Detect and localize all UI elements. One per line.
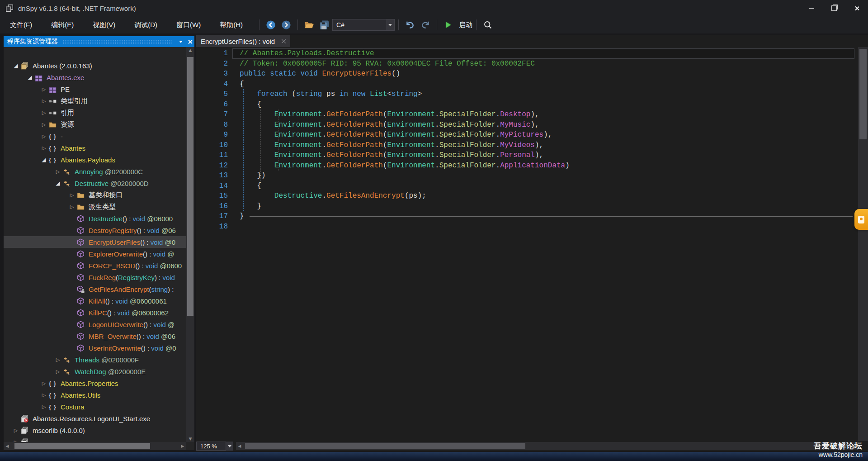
menu-file[interactable]: 文件(F) bbox=[4, 18, 38, 32]
menu-edit[interactable]: 编辑(E) bbox=[45, 18, 80, 32]
tree-expander[interactable]: ▷ bbox=[39, 98, 49, 104]
tree-item[interactable]: ▷引用 bbox=[4, 107, 186, 119]
undo-button[interactable] bbox=[404, 19, 416, 31]
start-button[interactable] bbox=[442, 19, 455, 31]
forward-button[interactable] bbox=[280, 19, 292, 31]
zoom-combo[interactable]: 125 % bbox=[196, 442, 226, 451]
panel-menu-button[interactable] bbox=[176, 37, 185, 46]
tree-item[interactable]: ▷基类和接口 bbox=[4, 189, 186, 201]
tree-item[interactable]: ▷Annoying @0200000C bbox=[4, 166, 186, 177]
back-button[interactable] bbox=[264, 19, 277, 31]
tree-item[interactable]: ▷PE bbox=[4, 83, 186, 95]
line-number: 2 bbox=[196, 59, 228, 69]
tree-expander[interactable]: ▷ bbox=[39, 145, 49, 151]
tree-expander[interactable]: ◢ bbox=[25, 74, 35, 81]
save-all-button[interactable] bbox=[318, 19, 331, 31]
floating-badge[interactable] bbox=[854, 209, 868, 230]
tree-item[interactable]: ▷{ }Abantes.Properties bbox=[4, 377, 186, 389]
scroll-down-icon[interactable]: ▼ bbox=[186, 436, 194, 442]
tree-expander[interactable]: ▷ bbox=[39, 380, 49, 386]
zoom-combo-arrow[interactable] bbox=[226, 442, 233, 451]
tree-item[interactable]: ◢Abantes (2.0.0.163) bbox=[4, 60, 186, 71]
menu-help[interactable]: 帮助(H) bbox=[213, 18, 249, 32]
menu-view[interactable]: 视图(V) bbox=[86, 18, 122, 32]
tree-item[interactable]: ▷{ }- bbox=[4, 130, 186, 142]
tree-expander[interactable]: ▷ bbox=[53, 357, 63, 363]
tree-item[interactable]: FORCE_BSOD() : void @0600 bbox=[4, 260, 186, 271]
tree-expander[interactable]: ▷ bbox=[39, 110, 49, 116]
folder-icon bbox=[77, 191, 85, 199]
language-combo-arrow[interactable] bbox=[386, 19, 394, 30]
search-button[interactable] bbox=[481, 19, 494, 31]
tree-expander[interactable]: ▷ bbox=[39, 404, 49, 410]
close-button[interactable] bbox=[845, 0, 868, 16]
editor-horizontal-scrollbar[interactable]: ◀ ▶ bbox=[236, 442, 858, 450]
tree-expander[interactable]: ▷ bbox=[11, 428, 21, 433]
tab-encryptuserfiles[interactable]: EncryptUserFiles() : void bbox=[196, 35, 290, 47]
method-icon bbox=[77, 262, 85, 270]
tree-item[interactable]: ▷资源 bbox=[4, 119, 186, 130]
minimize-button[interactable] bbox=[800, 0, 823, 16]
tree-expander[interactable]: ▷ bbox=[39, 122, 49, 128]
tree-item[interactable]: ▷WatchDog @0200000E bbox=[4, 366, 186, 377]
tree-item[interactable]: DestroyRegistry() : void @06 bbox=[4, 224, 186, 236]
tree-item[interactable]: ▷Threads @0200000F bbox=[4, 354, 186, 366]
tree-item[interactable]: MBR_Overwrite() : void @06 bbox=[4, 330, 186, 342]
assembly-explorer-header[interactable]: 程序集资源管理器 bbox=[4, 36, 194, 47]
tree-item[interactable]: UserInitOverwrite() : void @0 bbox=[4, 342, 186, 354]
tree-hscroll-thumb[interactable] bbox=[14, 443, 150, 449]
tree-item[interactable]: ▷{ }Costura bbox=[4, 401, 186, 413]
panel-drag-grip[interactable] bbox=[62, 39, 172, 44]
tree-expander[interactable]: ▷ bbox=[53, 169, 63, 175]
tree-item[interactable]: ▷ bbox=[4, 436, 186, 442]
tree-expander[interactable]: ▷ bbox=[39, 392, 49, 398]
tree-vscroll-thumb[interactable] bbox=[187, 57, 193, 316]
tree-item[interactable]: FuckReg(RegistryKey) : void bbox=[4, 271, 186, 283]
tree-item[interactable]: ◢Destructive @0200000D bbox=[4, 177, 186, 189]
tab-close-icon[interactable] bbox=[281, 39, 286, 43]
tree-horizontal-scrollbar[interactable]: ◀ ▶ bbox=[4, 442, 186, 450]
tree-item[interactable]: ▷mscorlib (4.0.0.0) bbox=[4, 424, 186, 436]
maximize-button[interactable] bbox=[823, 0, 845, 16]
panel-close-button[interactable] bbox=[185, 37, 194, 46]
scroll-up-icon[interactable]: ▲ bbox=[186, 47, 194, 53]
tree-item[interactable]: ◢Abantes.exe bbox=[4, 71, 186, 83]
tree-item[interactable]: ExplorerOverwrite() : void @ bbox=[4, 248, 186, 260]
tree-expander[interactable]: ◢ bbox=[53, 180, 63, 186]
editor-vertical-scrollbar[interactable] bbox=[858, 47, 868, 441]
tree-item[interactable]: KillAll() : void @06000061 bbox=[4, 295, 186, 307]
tree-item[interactable]: ▷类型引用 bbox=[4, 95, 186, 107]
language-combo[interactable]: C# bbox=[332, 19, 395, 31]
tree-item[interactable]: KillPC() : void @06000062 bbox=[4, 307, 186, 318]
tree-item[interactable]: ▷{ }Abantes bbox=[4, 142, 186, 154]
tree-item[interactable]: Destructive() : void @06000 bbox=[4, 213, 186, 224]
tree-item[interactable]: ▷派生类型 bbox=[4, 201, 186, 213]
editor-hscroll-thumb[interactable] bbox=[245, 443, 525, 449]
tree-item[interactable]: GetFilesAndEncrypt(string) : bbox=[4, 283, 186, 295]
code-editor[interactable]: 1// Abantes.Payloads.Destructive2// Toke… bbox=[196, 47, 858, 441]
tree-expander[interactable]: ▷ bbox=[39, 133, 49, 139]
menu-window[interactable]: 窗口(W) bbox=[170, 18, 207, 32]
tree-expander[interactable]: ▷ bbox=[53, 369, 63, 375]
code-line: { bbox=[240, 100, 854, 110]
tree-expander[interactable]: ▷ bbox=[67, 204, 77, 210]
scroll-left-icon[interactable]: ◀ bbox=[5, 442, 10, 450]
open-button[interactable] bbox=[303, 19, 316, 31]
tree-vertical-scrollbar[interactable]: ▲ ▼ bbox=[186, 47, 194, 442]
start-button-label[interactable]: 启动 bbox=[459, 21, 472, 29]
redo-button[interactable] bbox=[419, 19, 432, 31]
tree-item[interactable]: LogonUIOverwrite() : void @ bbox=[4, 318, 186, 330]
scroll-right-icon[interactable]: ▶ bbox=[180, 442, 185, 450]
scroll-left-icon[interactable]: ◀ bbox=[237, 442, 242, 450]
tree-expander[interactable]: ▷ bbox=[39, 86, 49, 92]
tree-expander[interactable]: ◢ bbox=[11, 62, 21, 69]
method-icon bbox=[77, 344, 85, 352]
tree-expander[interactable]: ▷ bbox=[67, 192, 77, 198]
tree-item[interactable]: ▷{ }Abantes.Utils bbox=[4, 389, 186, 401]
menu-debug[interactable]: 调试(D) bbox=[128, 18, 164, 32]
tree-expander[interactable]: ◢ bbox=[39, 157, 49, 163]
tree-item[interactable]: Abantes.Resources.LogonUI_Start.exe bbox=[4, 413, 186, 424]
tree-item[interactable]: ◢{ }Abantes.Payloads bbox=[4, 154, 186, 166]
editor-vscroll-thumb[interactable] bbox=[859, 49, 867, 139]
tree-item[interactable]: EncryptUserFiles() : void @0 bbox=[4, 236, 186, 248]
